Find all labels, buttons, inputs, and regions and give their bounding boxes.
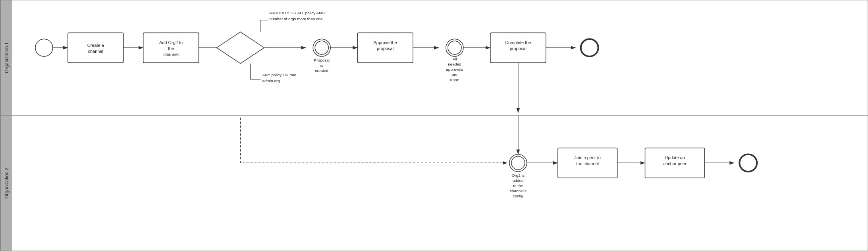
lane-org1: Organization 1 Create a (0, 0, 868, 115)
lane-svg-org1: Create a channel Add Org2 to the channel… (12, 0, 868, 115)
approvals-done-event (446, 39, 463, 56)
approve-proposal-label1: Approve the (374, 40, 397, 45)
annotation-majority-text1: MAJORITY OR ALL policy AND (269, 11, 324, 15)
annotation-bracket-top (260, 20, 268, 32)
approvals-done-label5: done (450, 77, 459, 82)
gateway (217, 32, 264, 63)
flow-gateway-org2-dashed (240, 118, 507, 163)
join-peer-label1: Join a peer to (574, 155, 601, 160)
org2-added-label5: config (513, 194, 524, 198)
approvals-done-label2: needed (448, 62, 461, 66)
annotation-any-text2: admin org (262, 79, 280, 83)
join-peer-label2: the channel (576, 161, 599, 166)
complete-proposal-label2: proposal (510, 46, 527, 51)
annotation-bracket-bottom (250, 64, 260, 79)
annotation-majority-text2: number of orgs more than one (269, 17, 323, 21)
update-anchor-label1: Update an (665, 155, 685, 160)
lane-svg-org2: Org2 is added to the channel's config Jo… (12, 116, 868, 251)
add-org2-label3: channel (163, 52, 178, 57)
create-channel-label2: channel (88, 49, 103, 54)
proposal-created-label2: is (320, 63, 323, 68)
end-event-org1 (581, 39, 598, 56)
add-org2-label1: Add Org2 to (159, 40, 183, 45)
org2-added-event (509, 154, 527, 172)
org2-added-label1: Org2 is (512, 173, 525, 178)
lane-content-org1: Create a channel Add Org2 to the channel… (12, 0, 868, 115)
lane-content-org2: Org2 is added to the channel's config Jo… (12, 116, 868, 251)
start-event-org1 (35, 39, 53, 56)
approvals-done-label3: approvals (446, 67, 463, 71)
add-org2-label2: the (168, 46, 174, 51)
org2-added-label4: channel's (510, 189, 527, 193)
approvals-done-label4: are (452, 72, 458, 77)
annotation-any-text1: ANY policy OR one (262, 73, 296, 77)
create-channel-label: Create a (87, 43, 104, 48)
org2-added-label2: added (513, 178, 524, 183)
approvals-done-label1: All (452, 57, 457, 61)
proposal-created-label1: Proposal (314, 58, 330, 62)
lane-label-org2: Organization 2 (0, 116, 12, 251)
end-event-org2 (739, 154, 757, 172)
update-anchor-label2: anchor peer (663, 161, 687, 166)
lane-label-org1: Organization 1 (0, 0, 12, 115)
complete-proposal-label1: Complete the (505, 40, 531, 45)
proposal-created-event (313, 39, 330, 56)
approve-proposal-label2: proposal (377, 46, 393, 51)
lane-org2: Organization 2 Org2 is (0, 115, 868, 251)
org2-added-label3: to the (513, 183, 523, 188)
proposal-created-label3: created (315, 68, 328, 73)
diagram-container: Organization 1 Create a (0, 0, 868, 251)
